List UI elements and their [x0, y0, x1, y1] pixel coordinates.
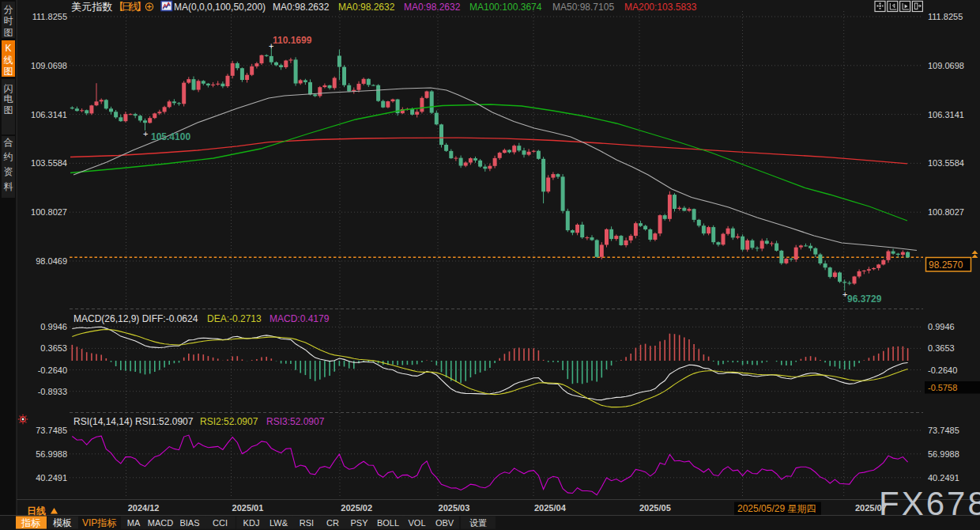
svg-text:MA: MA — [127, 518, 141, 528]
svg-text:美元指数: 美元指数 — [71, 1, 113, 13]
svg-text:111.8255: 111.8255 — [928, 12, 963, 21]
svg-text:【日线】: 【日线】 — [114, 1, 144, 13]
svg-text:RSI2:52.0907: RSI2:52.0907 — [200, 416, 258, 427]
svg-text:-0.5758: -0.5758 — [928, 383, 957, 392]
svg-text:约: 约 — [4, 151, 13, 162]
svg-text:CCI: CCI — [213, 518, 228, 528]
svg-text:RSI: RSI — [300, 518, 314, 528]
svg-text:合: 合 — [4, 137, 13, 148]
svg-text:2025/05: 2025/05 — [639, 503, 671, 513]
svg-text:+: + — [143, 129, 148, 138]
svg-text:0.3653: 0.3653 — [40, 343, 67, 353]
svg-text:110.1699: 110.1699 — [273, 35, 312, 46]
svg-text:-0.2640: -0.2640 — [928, 365, 957, 375]
svg-text:BIAS: BIAS — [179, 518, 199, 528]
svg-text:MA0:98.2632: MA0:98.2632 — [273, 2, 330, 13]
svg-text:CR: CR — [326, 518, 339, 528]
svg-text:105.4100: 105.4100 — [151, 131, 190, 142]
svg-text:MA100:100.3674: MA100:100.3674 — [469, 2, 542, 13]
svg-text:2025/01: 2025/01 — [232, 503, 264, 513]
svg-text:PSY: PSY — [350, 518, 368, 528]
svg-text:0.9946: 0.9946 — [40, 322, 67, 331]
svg-text:73.7485: 73.7485 — [36, 426, 67, 435]
svg-text:-0.8933: -0.8933 — [38, 387, 67, 396]
svg-text:设置: 设置 — [469, 518, 487, 528]
svg-text:103.5584: 103.5584 — [928, 158, 964, 168]
svg-text:98.2570: 98.2570 — [929, 259, 963, 271]
svg-text:KDJ: KDJ — [243, 518, 260, 528]
svg-text:LW&: LW& — [270, 518, 288, 528]
svg-text:103.5584: 103.5584 — [31, 158, 67, 168]
svg-text:RSI3:52.0907: RSI3:52.0907 — [266, 416, 325, 427]
svg-text:MA0:98.2632: MA0:98.2632 — [404, 2, 461, 13]
svg-text:分: 分 — [4, 4, 13, 15]
svg-text:0.3653: 0.3653 — [928, 343, 955, 353]
svg-text:-0.2640: -0.2640 — [38, 365, 67, 375]
svg-text:73.7485: 73.7485 — [928, 426, 959, 435]
svg-text:闪: 闪 — [4, 83, 13, 94]
svg-text:线: 线 — [4, 55, 13, 66]
svg-text:2025/04: 2025/04 — [534, 503, 567, 513]
svg-text:56.9988: 56.9988 — [36, 449, 67, 459]
svg-text:MA200:103.5833: MA200:103.5833 — [624, 2, 697, 13]
svg-text:106.3141: 106.3141 — [31, 110, 67, 119]
svg-text:40.2491: 40.2491 — [928, 473, 959, 483]
svg-text:100.8027: 100.8027 — [928, 207, 964, 217]
svg-text:40.2491: 40.2491 — [36, 473, 67, 483]
svg-text:+: + — [269, 41, 273, 51]
svg-text:MACD:0.4179: MACD:0.4179 — [270, 313, 330, 324]
svg-text:106.3141: 106.3141 — [928, 110, 964, 119]
svg-text:MA(0,0,0,100,50,200): MA(0,0,0,100,50,200) — [174, 2, 266, 13]
svg-text:56.9988: 56.9988 — [928, 449, 959, 459]
svg-text:+: + — [842, 290, 847, 299]
svg-text:100.8027: 100.8027 — [31, 207, 67, 217]
svg-text:MA50:98.7105: MA50:98.7105 — [552, 2, 614, 13]
svg-text:指标: 指标 — [21, 517, 41, 528]
svg-text:MA0:98.2632: MA0:98.2632 — [338, 2, 395, 13]
svg-text:电: 电 — [4, 93, 13, 104]
svg-text:RSI(14,14,14) RSI1:52.0907: RSI(14,14,14) RSI1:52.0907 — [74, 416, 194, 427]
svg-text:模板: 模板 — [53, 517, 72, 528]
svg-text:K: K — [5, 43, 11, 54]
svg-text:98.0469: 98.0469 — [36, 256, 67, 266]
svg-text:日线: 日线 — [27, 505, 46, 517]
svg-text:图: 图 — [4, 66, 13, 77]
svg-text:96.3729: 96.3729 — [847, 293, 882, 305]
svg-text:2025/02: 2025/02 — [341, 503, 372, 513]
svg-text:资: 资 — [4, 166, 13, 177]
svg-text:MACD(26,12,9) DIFF:-0.0624: MACD(26,12,9) DIFF:-0.0624 — [74, 313, 198, 324]
svg-text:109.0698: 109.0698 — [31, 61, 67, 70]
svg-text:2025/07: 2025/07 — [855, 503, 887, 513]
svg-text:图: 图 — [4, 104, 13, 115]
svg-text:109.0698: 109.0698 — [928, 61, 964, 70]
svg-text:BOLL: BOLL — [377, 518, 399, 528]
svg-text:2025/05/29 星期四: 2025/05/29 星期四 — [737, 503, 816, 514]
svg-text:111.8255: 111.8255 — [32, 12, 67, 21]
svg-text:时: 时 — [4, 15, 13, 26]
svg-text:VOL: VOL — [408, 518, 425, 528]
svg-text:2025/03: 2025/03 — [439, 503, 470, 513]
svg-text:图: 图 — [4, 27, 13, 38]
svg-text:OBV: OBV — [435, 518, 454, 528]
svg-text:VIP指标: VIP指标 — [82, 517, 117, 528]
svg-text:MACD: MACD — [148, 518, 173, 528]
svg-text:DEA:-0.2713: DEA:-0.2713 — [207, 313, 262, 324]
svg-text:0.9946: 0.9946 — [928, 322, 955, 331]
svg-text:料: 料 — [4, 181, 13, 192]
svg-text:2024/12: 2024/12 — [128, 503, 160, 513]
